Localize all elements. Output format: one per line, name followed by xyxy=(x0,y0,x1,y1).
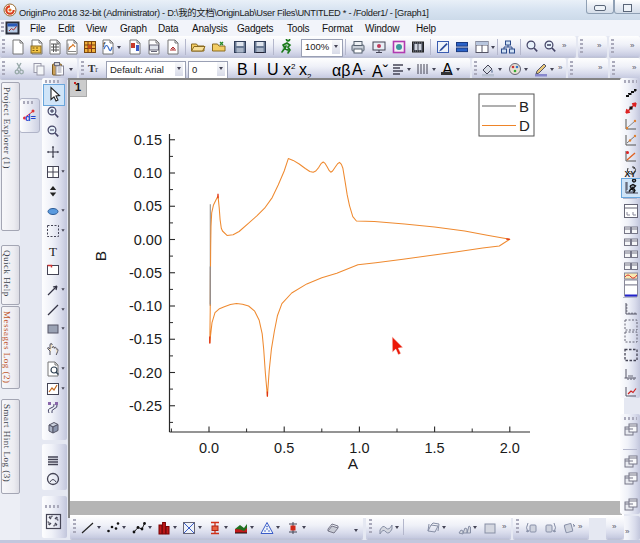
svg-text:T: T xyxy=(49,244,57,259)
svg-text:0.05: 0.05 xyxy=(134,198,162,214)
svg-text:0.10: 0.10 xyxy=(134,165,162,181)
svg-text:1.0: 1.0 xyxy=(349,440,369,456)
svg-text:2.0: 2.0 xyxy=(500,440,520,456)
svg-text:1.5: 1.5 xyxy=(425,440,445,456)
svg-text:0.00: 0.00 xyxy=(134,232,162,248)
svg-text:0.15: 0.15 xyxy=(134,132,162,148)
svg-text:D: D xyxy=(519,117,530,134)
svg-text:B: B xyxy=(92,251,109,261)
svg-text:A: A xyxy=(348,455,359,472)
svg-text:-0.15: -0.15 xyxy=(129,331,162,347)
svg-text:d=: d= xyxy=(25,113,36,123)
svg-text:0.0: 0.0 xyxy=(199,440,219,456)
svg-text:-0.25: -0.25 xyxy=(129,398,162,414)
svg-text:-0.20: -0.20 xyxy=(129,365,162,381)
svg-text:B: B xyxy=(519,98,529,115)
svg-text:0.5: 0.5 xyxy=(274,440,294,456)
svg-text:-0.10: -0.10 xyxy=(129,298,162,314)
svg-text:-0.05: -0.05 xyxy=(129,265,162,281)
